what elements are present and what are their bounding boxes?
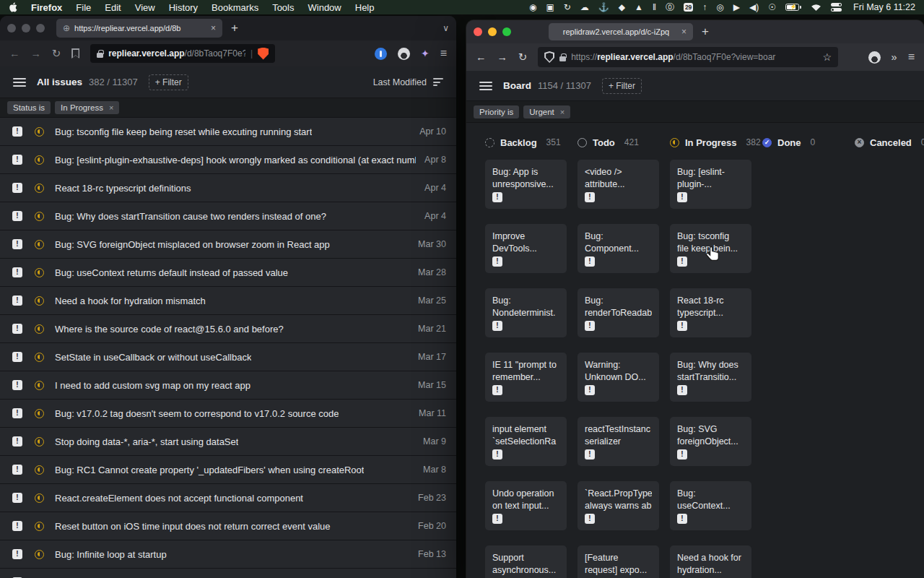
menu-file[interactable]: File <box>76 2 91 13</box>
github-extension-icon[interactable] <box>398 48 410 60</box>
minimize-window-button[interactable] <box>22 24 30 33</box>
back-button[interactable]: ← <box>9 48 20 59</box>
overflow-menu-icon[interactable]: » <box>892 52 897 63</box>
layout-columns-icon[interactable]: ‖ <box>653 3 656 12</box>
apple-menu-icon[interactable] <box>9 2 17 12</box>
close-window-button[interactable] <box>7 24 16 33</box>
board-card[interactable]: Undo operation on text input... ! <box>485 481 567 530</box>
browser-menu-icon[interactable]: ≡ <box>440 47 447 60</box>
window-controls[interactable] <box>474 27 511 36</box>
board-card[interactable]: [Feature request] expo... ! <box>578 545 659 578</box>
board-card[interactable]: input element `setSelectionRa ! <box>485 417 567 466</box>
url-bar[interactable]: https://repliear.vercel.app/d/8bTaoq7F0e… <box>538 47 838 67</box>
issue-row[interactable]: ! Bug: SVG foreignObject misplaced on br… <box>0 230 456 258</box>
board-card[interactable]: Bug: Nondeterminist. ! <box>485 288 567 337</box>
window-controls[interactable] <box>7 24 45 33</box>
new-tab-button[interactable]: + <box>702 25 709 39</box>
wifi-icon[interactable] <box>811 4 821 12</box>
back-button[interactable]: ← <box>476 52 487 63</box>
issue-row[interactable]: ! Bug: Infinite loop at startup Feb 13 <box>0 540 456 568</box>
issue-row[interactable]: ! React.createElement does not accept fu… <box>0 484 456 512</box>
browser-tab[interactable]: ⊕ https://repliear.vercel.app/d/8b × <box>56 19 222 38</box>
app-menu-icon[interactable] <box>479 82 492 90</box>
issue-row[interactable]: ! Bug: tsconfig file keep being reset wh… <box>0 118 456 145</box>
menubar-clock[interactable]: Fri May 6 11:22 <box>853 2 915 12</box>
board-card[interactable]: reactTestInstanc serializer ! <box>578 417 659 466</box>
add-filter-button[interactable]: + Filter <box>602 78 642 94</box>
menu-help[interactable]: Help <box>355 2 375 13</box>
bookmark-star-icon[interactable]: ☆ <box>823 51 832 63</box>
bookmark-icon[interactable] <box>71 48 79 59</box>
menu-edit[interactable]: Edit <box>105 2 121 13</box>
filter-value-chip[interactable]: In Progress× <box>55 101 119 114</box>
issue-row[interactable]: ! Reset button on iOS time input does no… <box>0 512 456 540</box>
browser-tab[interactable]: replidraw2.vercel.app/d/c-iZpq × <box>549 23 693 40</box>
sort-order-label[interactable]: Last Modified <box>373 77 427 87</box>
board-card[interactable]: Bug: renderToReadab ! <box>578 288 659 337</box>
new-tab-button[interactable]: + <box>231 21 238 35</box>
app-menu-icon[interactable] <box>13 78 26 87</box>
board-card[interactable]: Bug: App is unresponsive... ! <box>485 160 567 209</box>
board-card[interactable]: React 18-rc typescript... ! <box>670 288 751 337</box>
board-card[interactable]: Bug: Component... ! <box>578 224 659 273</box>
menu-view[interactable]: View <box>135 2 155 13</box>
dropbox-icon[interactable]: ◆ <box>619 3 625 12</box>
issue-row[interactable]: ! Bug: [eslint-plugin-exhaustive-deps] h… <box>0 146 456 173</box>
reload-button[interactable]: ↻ <box>52 48 61 59</box>
issue-row[interactable]: ! Stop doing data-*, aria-*, start using… <box>0 428 456 455</box>
power-icon[interactable]: ◎ <box>716 3 723 12</box>
adblock-shield-icon[interactable] <box>258 48 269 60</box>
filter-field-chip[interactable]: Status is <box>7 101 51 114</box>
browser-menu-icon[interactable]: ≡ <box>908 51 915 64</box>
board-card[interactable]: Bug: Why does startTransitio... ! <box>670 353 751 402</box>
board-card[interactable]: Bug: useContext... ! <box>670 481 751 530</box>
menu-history[interactable]: History <box>169 2 198 13</box>
forward-button[interactable]: → <box>497 52 508 63</box>
reload-button[interactable]: ↻ <box>518 52 527 63</box>
board-card[interactable]: Warning: Unknown DO... ! <box>578 353 659 402</box>
record-icon[interactable]: ◉ <box>529 3 536 12</box>
cloud-icon[interactable]: ☁ <box>580 3 589 12</box>
tab-close-icon[interactable]: × <box>211 23 216 33</box>
remove-filter-icon[interactable]: × <box>109 103 113 112</box>
tracking-protection-shield-icon[interactable] <box>544 51 554 63</box>
board-card[interactable]: Bug: tsconfig file keep bein... ! <box>670 224 751 273</box>
sync-icon[interactable]: ↻ <box>564 3 571 12</box>
calendar-icon[interactable]: 29 <box>684 3 693 12</box>
menu-tools[interactable]: Tools <box>272 2 294 13</box>
sort-icon[interactable] <box>433 78 443 86</box>
board-card[interactable]: Support asynchronous... ! <box>485 545 567 578</box>
issue-row[interactable]: ! Bug: Why does startTransition cause tw… <box>0 202 456 230</box>
issue-row[interactable]: ! Bug: useContext returns default instea… <box>0 259 456 286</box>
forward-button[interactable]: → <box>31 48 42 59</box>
volume-icon[interactable]: ◀) <box>749 3 759 12</box>
issue-row[interactable]: ! I need to add custom svg map on my rea… <box>0 371 456 399</box>
issue-row[interactable]: ! Bug: RC1 Cannot create property '_upda… <box>0 456 456 483</box>
play-circle-icon[interactable]: ▶ <box>733 3 740 12</box>
tab-list-chevron-icon[interactable]: ∨ <box>443 23 449 33</box>
timer-icon[interactable]: ⓪ <box>666 3 674 12</box>
board-card[interactable]: Bug: SVG foreignObject... ! <box>670 417 751 466</box>
board-card[interactable]: <video /> attribute... ! <box>578 160 659 209</box>
display-icon[interactable]: ▣ <box>546 3 554 12</box>
close-window-button[interactable] <box>474 27 482 36</box>
board-card[interactable]: IE 11 "prompt to remember... ! <box>485 353 567 402</box>
warning-box-icon[interactable]: ▲ <box>635 3 643 12</box>
github-extension-icon[interactable] <box>868 51 881 64</box>
issue-row[interactable]: ! Where is the source code of react@15.6… <box>0 315 456 342</box>
board-card[interactable]: Need a hook for hydration... ! <box>670 545 751 578</box>
menubar-app-name[interactable]: Firefox <box>31 2 62 13</box>
issue-row[interactable]: ! Bug: v17.0.2 tag doesn't seem to corre… <box>0 400 456 427</box>
board-card[interactable]: Improve DevTools... ! <box>485 224 567 273</box>
upload-icon[interactable]: ↑ <box>702 3 707 12</box>
zoom-window-button[interactable] <box>36 24 45 33</box>
control-center-icon[interactable] <box>831 3 842 12</box>
password-manager-extension-icon[interactable] <box>375 48 387 60</box>
filter-field-chip[interactable]: Priority is <box>474 105 519 118</box>
issue-row[interactable]: ! React 18-rc typescript definitions Apr… <box>0 174 456 202</box>
filter-value-chip[interactable]: Urgent× <box>523 105 570 118</box>
menu-window[interactable]: Window <box>308 2 341 13</box>
issue-row[interactable]: ! SetState in useCallback or without use… <box>0 343 456 371</box>
issue-row[interactable]: ! [DevTools Bug] Unsupported Bridge oper… <box>0 569 456 578</box>
extensions-puzzle-icon[interactable]: ✦ <box>421 48 430 59</box>
